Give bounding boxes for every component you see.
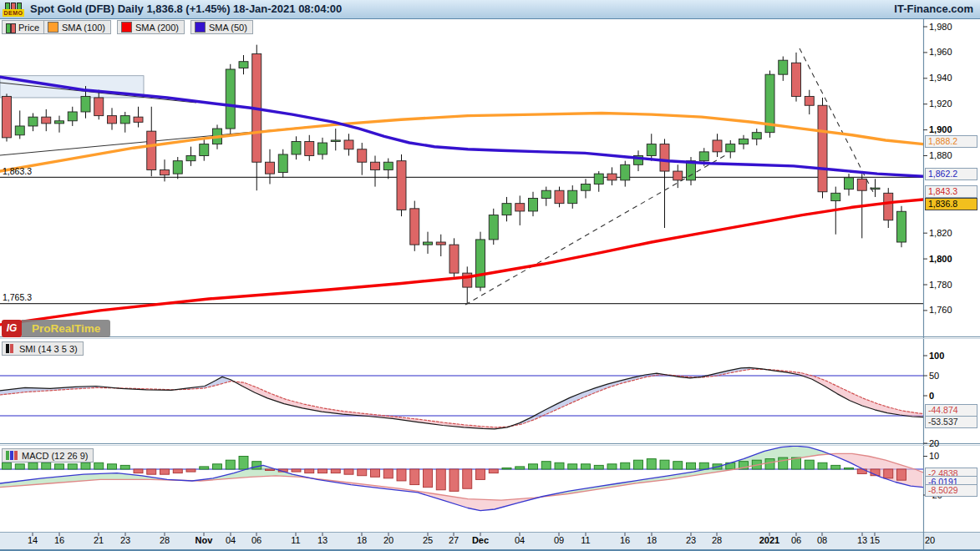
macd-icon xyxy=(6,451,18,460)
chart-title: Spot Gold (DFB) Daily 1,836.8 (+1.45%) 1… xyxy=(30,3,342,15)
legend-price-chip[interactable]: Price xyxy=(2,20,45,34)
trading-chart-window: DEMO Spot Gold (DFB) Daily 1,836.8 (+1.4… xyxy=(0,0,980,551)
level-label-upper: 1,863.3 xyxy=(3,166,32,176)
macd-label: MACD (12 26 9) xyxy=(22,451,88,461)
watermark: IG ProRealTime xyxy=(2,320,110,337)
ig-logo: IG xyxy=(2,320,22,337)
smi-icon xyxy=(6,344,16,353)
legend-sma50-chip[interactable]: SMA (50) xyxy=(190,20,253,34)
macd-indicator-chip[interactable]: MACD (12 26 9) xyxy=(2,448,94,463)
legend-sma50-label: SMA (50) xyxy=(209,23,247,33)
smi-label: SMI (14 3 5 3) xyxy=(19,344,78,354)
legend-sma200-label: SMA (200) xyxy=(135,23,179,33)
smi-indicator-chip[interactable]: SMI (14 3 5 3) xyxy=(2,341,84,356)
prorealtime-logo: ProRealTime xyxy=(22,320,110,337)
demo-label: DEMO xyxy=(3,9,24,17)
legend-price-label: Price xyxy=(18,23,39,33)
title-bar: DEMO Spot Gold (DFB) Daily 1,836.8 (+1.4… xyxy=(0,0,980,19)
sma100-swatch-icon xyxy=(48,22,58,33)
sma200-swatch-icon xyxy=(121,22,132,33)
demo-badge: DEMO xyxy=(3,1,24,17)
price-candles-icon xyxy=(6,23,15,33)
level-label-lower: 1,765.3 xyxy=(3,292,32,302)
legend-sma200-chip[interactable]: SMA (200) xyxy=(117,20,185,34)
brand-link[interactable]: IT-Finance.com xyxy=(894,3,973,15)
sma50-swatch-icon xyxy=(195,22,206,33)
demo-candles-icon xyxy=(5,2,22,9)
price-chart-canvas[interactable] xyxy=(0,0,980,551)
legend-sma100-chip[interactable]: SMA (100) xyxy=(43,20,111,34)
legend-sma100-label: SMA (100) xyxy=(62,23,105,33)
